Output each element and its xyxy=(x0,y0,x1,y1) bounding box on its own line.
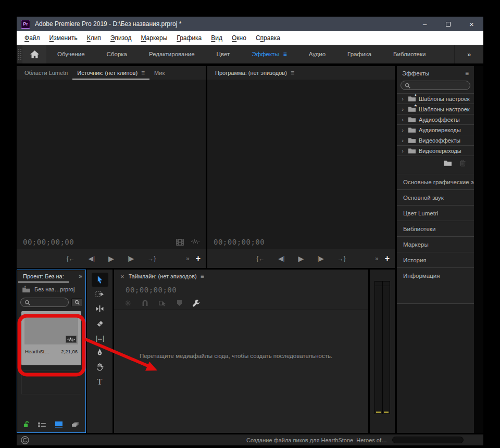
drag-video-only-icon[interactable] xyxy=(176,239,184,246)
effects-menu-icon[interactable]: ≡ xyxy=(465,70,469,77)
project-search-input[interactable] xyxy=(20,298,69,307)
program-viewer[interactable]: 00;00;00;00 xyxy=(207,80,395,249)
menu-item[interactable]: Вид xyxy=(206,34,227,42)
stacked-panel-tab[interactable]: Библиотеки xyxy=(397,221,474,236)
list-view-button[interactable] xyxy=(38,420,46,430)
project-overflow-button[interactable]: » xyxy=(79,273,84,280)
source-timecode[interactable]: 00;00;00;00 xyxy=(23,238,74,246)
menu-item[interactable]: Маркеры xyxy=(136,34,172,42)
workspace-overflow-button[interactable]: » xyxy=(454,45,483,63)
add-marker-icon[interactable] xyxy=(177,300,182,306)
panel-menu-icon[interactable]: ≡ xyxy=(141,69,145,76)
go-to-out-button[interactable]: →} xyxy=(147,255,156,262)
play-button[interactable]: ▶ xyxy=(298,254,304,263)
button-editor-plus[interactable]: + xyxy=(385,254,390,263)
workspace-tab[interactable]: Графика xyxy=(336,45,382,63)
menu-item[interactable]: Файл xyxy=(20,34,45,42)
menu-item[interactable]: Окно xyxy=(227,34,251,42)
stacked-panel-tab[interactable]: Цвет Lumetri xyxy=(397,205,474,221)
menu-item[interactable]: Справка xyxy=(251,34,285,42)
clip-name[interactable]: HearthSt… xyxy=(25,349,49,354)
snap-magnet-icon[interactable] xyxy=(142,300,148,306)
home-button[interactable] xyxy=(22,45,46,63)
more-controls-button[interactable]: » xyxy=(186,255,190,262)
step-back-button[interactable]: ◀| xyxy=(278,255,284,262)
ripple-edit-tool-button[interactable] xyxy=(92,302,108,316)
go-to-in-button[interactable]: {← xyxy=(256,255,265,262)
expand-chevron-icon[interactable]: › xyxy=(400,96,405,102)
source-viewer[interactable]: 00;00;00;00 xyxy=(17,80,206,249)
expand-chevron-icon[interactable]: › xyxy=(400,148,405,154)
expand-chevron-icon[interactable]: › xyxy=(400,127,405,133)
close-button[interactable]: × xyxy=(460,17,483,31)
step-forward-button[interactable]: |▶ xyxy=(317,255,323,262)
effects-group-row[interactable]: › Видеопереходы xyxy=(397,146,474,156)
workspace-tab[interactable]: Эффекты≡ xyxy=(241,45,297,63)
workspace-tab[interactable]: Редактирование xyxy=(138,45,206,63)
stacked-panel-tab[interactable]: Основной звук xyxy=(397,189,474,205)
more-controls-button[interactable]: » xyxy=(375,255,379,262)
panel-tab[interactable]: Мик xyxy=(149,66,169,80)
menu-item[interactable]: Графика xyxy=(172,34,206,42)
slip-tool-button[interactable]: |↔| xyxy=(92,331,108,345)
workspace-tab[interactable]: Цвет xyxy=(206,45,241,63)
razor-tool-button[interactable] xyxy=(92,316,108,330)
project-writable-lock-icon[interactable] xyxy=(23,420,29,430)
menu-item[interactable]: Клип xyxy=(82,34,106,42)
icon-view-button[interactable] xyxy=(55,420,63,430)
linked-selection-icon[interactable] xyxy=(159,300,167,306)
effects-title[interactable]: Эффекты xyxy=(402,70,429,76)
go-to-out-button[interactable]: →} xyxy=(338,255,346,262)
workspace-tab[interactable]: Обучение xyxy=(46,45,96,63)
workspace-tab-menu-icon[interactable]: ≡ xyxy=(283,50,287,58)
workspace-tab[interactable]: Сборка xyxy=(96,45,138,63)
expand-chevron-icon[interactable]: › xyxy=(400,117,405,123)
workspace-tab[interactable]: Библиотеки xyxy=(382,45,436,63)
timeline-timecode[interactable]: 00;00;00;00 xyxy=(126,286,177,294)
drag-audio-only-icon[interactable] xyxy=(191,239,199,245)
advanced-search-button[interactable] xyxy=(71,298,82,307)
stacked-panel-tab[interactable]: История xyxy=(397,252,474,267)
effects-group-row[interactable]: › Видеоэффекты xyxy=(397,135,474,146)
project-tab[interactable]: Проект: Без на: xyxy=(18,270,69,283)
project-breadcrumb[interactable]: ↑ Без наз…prproj xyxy=(17,283,85,296)
panel-tab[interactable]: Области Lumetri xyxy=(20,66,72,80)
effects-search-input[interactable] xyxy=(401,81,470,90)
type-tool-button[interactable]: T xyxy=(92,375,108,389)
effects-group-row[interactable]: › Аудиопереходы xyxy=(397,125,474,135)
audio-meters-panel[interactable] xyxy=(370,270,395,433)
pen-tool-button[interactable] xyxy=(92,345,108,360)
timeline-menu-icon[interactable]: ≡ xyxy=(201,273,204,280)
freeform-view-button[interactable] xyxy=(71,420,79,430)
panel-tab[interactable]: Источник: (нет клипов)≡ xyxy=(72,66,149,80)
button-editor-plus[interactable]: + xyxy=(196,254,201,263)
timeline-tab[interactable]: Таймлайн: (нет эпизодов)≡ xyxy=(129,270,209,283)
delete-custom-item-button[interactable] xyxy=(460,160,466,167)
clip-thumbnail[interactable] xyxy=(24,315,78,344)
expand-chevron-icon[interactable]: › xyxy=(400,106,405,112)
effects-group-row[interactable]: › ★ Шаблоны настроек xyxy=(397,104,474,114)
menu-item[interactable]: Эпизод xyxy=(106,34,136,42)
new-custom-bin-button[interactable] xyxy=(444,160,452,166)
clip-item[interactable]: HearthSt… 2;21;06 xyxy=(21,311,81,365)
program-menu-icon[interactable]: ≡ xyxy=(291,69,294,76)
nest-sequences-icon[interactable] xyxy=(124,300,131,306)
project-content[interactable]: HearthSt… 2;21;06 xyxy=(17,309,85,418)
workspace-tab[interactable]: Аудио xyxy=(298,45,336,63)
stacked-panel-tab[interactable]: Информация xyxy=(397,267,474,283)
go-to-in-button[interactable]: {← xyxy=(67,255,75,262)
step-forward-button[interactable]: |▶ xyxy=(128,255,134,262)
minimize-button[interactable]: – xyxy=(413,17,436,31)
selection-tool-button[interactable] xyxy=(92,273,108,287)
stacked-panel-tab[interactable]: Маркеры xyxy=(397,236,474,252)
menu-item[interactable]: Изменить xyxy=(45,34,82,42)
stacked-panel-tab[interactable]: Основные графические эл xyxy=(397,174,474,189)
program-timecode[interactable]: 00;00;00;00 xyxy=(214,238,265,246)
program-tab[interactable]: Программа: (нет эпизодов)≡ xyxy=(210,66,299,80)
creative-cloud-sync-icon[interactable] xyxy=(21,436,29,444)
maximize-button[interactable] xyxy=(436,17,460,31)
track-select-forward-tool-button[interactable] xyxy=(92,287,108,301)
expand-chevron-icon[interactable]: › xyxy=(400,137,405,144)
hand-tool-button[interactable] xyxy=(92,360,108,374)
play-button[interactable]: ▶ xyxy=(108,254,114,263)
